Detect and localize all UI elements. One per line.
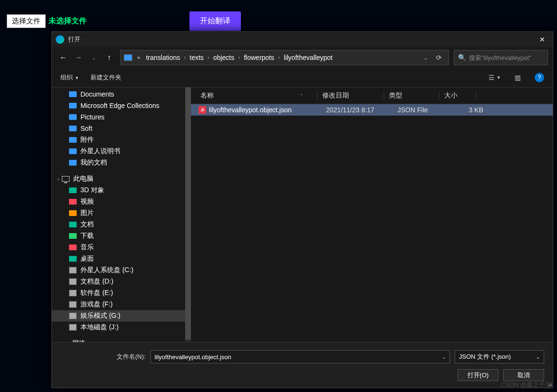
organize-menu[interactable]: 组织▼ — [60, 73, 79, 82]
folder-icon — [69, 233, 77, 239]
tree-item[interactable]: 3D 对象 — [52, 185, 191, 196]
scrollbar[interactable] — [185, 88, 191, 342]
disk-icon — [69, 313, 77, 319]
recent-dropdown[interactable]: ⌄ — [87, 51, 100, 64]
folder-icon — [69, 160, 77, 166]
tree-item[interactable]: 附件 — [52, 134, 191, 146]
chevron-down-icon: ▼ — [497, 75, 501, 80]
tree-item[interactable]: Documents — [52, 88, 191, 100]
tree-item-label: 音乐 — [80, 243, 94, 252]
tree-item[interactable]: 视频 — [52, 196, 191, 207]
close-icon[interactable]: ✕ — [536, 36, 549, 43]
tree-item[interactable]: 外星人说明书 — [52, 146, 191, 157]
file-open-dialog: 打开 ✕ ← → ⌄ ↑ « translations › texts › ob… — [51, 31, 553, 388]
disk-icon — [69, 324, 77, 331]
tree-item[interactable]: 音乐 — [52, 242, 191, 253]
path-dropdown-icon[interactable]: ⌄ — [419, 55, 432, 60]
crumb-3[interactable]: flowerpots — [240, 54, 278, 61]
nav-bar: ← → ⌄ ↑ « translations › texts › objects… — [52, 47, 553, 68]
tree-item[interactable]: 娱乐模式 (G:) — [52, 310, 191, 322]
network-icon: ⊶ — [62, 340, 69, 342]
folder-icon — [69, 199, 77, 205]
disk-icon — [69, 301, 77, 308]
disk-icon — [69, 267, 77, 274]
column-size[interactable]: 大小 — [439, 91, 477, 100]
crumb-0[interactable]: translations — [142, 54, 184, 61]
tree-item-label: 下载 — [80, 232, 94, 240]
translate-button[interactable]: 开始翻译 — [189, 11, 241, 31]
tree-item[interactable]: ›此电脑 — [52, 173, 191, 185]
open-button[interactable]: 打开(O) — [458, 369, 498, 381]
tree-item[interactable]: 文档盘 (D:) — [52, 276, 191, 287]
file-type-select[interactable]: JSON 文件 (*.json) ⌄ — [455, 350, 544, 363]
tree-item-label: 文档盘 (D:) — [80, 277, 113, 286]
tree-item[interactable]: 桌面 — [52, 253, 191, 265]
crumb-1[interactable]: texts — [186, 54, 208, 61]
tree-item-label: 附件 — [80, 136, 94, 144]
sort-asc-icon: ˄ — [300, 93, 303, 98]
search-box[interactable]: 🔍 — [454, 50, 548, 65]
scrollbar-thumb[interactable] — [185, 88, 191, 340]
dialog-title: 打开 — [68, 35, 536, 44]
column-date[interactable]: 修改日期 — [318, 91, 384, 100]
file-list: 名称˄ 修改日期 类型 大小 Jililyofthevalleypot.obje… — [191, 88, 553, 342]
tree-item[interactable]: Microsoft Edge Collections — [52, 100, 191, 111]
folder-icon — [69, 210, 77, 216]
folder-tree[interactable]: DocumentsMicrosoft Edge CollectionsPictu… — [52, 88, 191, 342]
help-icon[interactable]: ? — [535, 73, 544, 82]
up-button[interactable]: ↑ — [102, 51, 116, 64]
edge-icon — [56, 35, 64, 44]
new-folder-button[interactable]: 新建文件夹 — [90, 73, 121, 82]
tree-item-label: Microsoft Edge Collections — [80, 102, 159, 109]
chevron-right-icon: › — [58, 176, 59, 182]
tree-item-label: 此电脑 — [73, 175, 93, 183]
tree-item-label: 我的文档 — [80, 158, 107, 167]
tree-item[interactable]: 我的文档 — [52, 157, 191, 168]
refresh-icon[interactable]: ⟳ — [432, 54, 446, 61]
tree-item[interactable]: 外星人系统盘 (C:) — [52, 265, 191, 276]
tree-item[interactable]: 软件盘 (E:) — [52, 287, 191, 299]
toolbar: 组织▼ 新建文件夹 ☰▼ ▥ ? — [52, 68, 553, 88]
crumb-4[interactable]: lilyofthevalleypot — [280, 54, 337, 61]
disk-icon — [69, 278, 77, 285]
preview-pane-icon[interactable]: ▥ — [512, 72, 523, 83]
search-input[interactable] — [469, 54, 549, 61]
tree-item-label: 游戏盘 (F:) — [80, 300, 113, 309]
tree-item[interactable]: 本地磁盘 (J:) — [52, 322, 191, 333]
chevron-right-icon: › — [58, 341, 59, 343]
file-row[interactable]: Jililyofthevalleypot.object.json2021/11/… — [191, 104, 553, 116]
cancel-button[interactable]: 取消 — [503, 369, 544, 381]
computer-icon — [62, 176, 70, 182]
file-size: 3 KB — [448, 106, 483, 114]
filename-input[interactable] — [155, 353, 442, 361]
tree-item[interactable]: Pictures — [52, 111, 191, 123]
back-button[interactable]: ← — [57, 51, 70, 64]
view-options-icon[interactable]: ☰▼ — [489, 72, 500, 83]
tree-item-label: 文档 — [80, 220, 94, 229]
tree-item-label: 外星人系统盘 (C:) — [80, 266, 133, 274]
forward-button[interactable]: → — [72, 51, 85, 64]
folder-icon — [69, 137, 77, 143]
column-type[interactable]: 类型 — [384, 91, 439, 100]
tree-item[interactable]: 游戏盘 (F:) — [52, 299, 191, 310]
filename-input-wrap[interactable]: ⌄ — [150, 350, 450, 363]
tree-item[interactable]: ›⊶网络 — [52, 338, 191, 342]
chevron-down-icon[interactable]: ⌄ — [442, 354, 446, 360]
select-file-button[interactable]: 选择文件 — [7, 14, 46, 28]
tree-item-label: Documents — [80, 90, 114, 98]
tree-item[interactable]: 文档 — [52, 219, 191, 230]
tree-item[interactable]: 下载 — [52, 230, 191, 242]
tree-item[interactable]: 图片 — [52, 207, 191, 219]
tree-item-label: 桌面 — [80, 255, 94, 263]
crumb-2[interactable]: objects — [209, 54, 238, 61]
tree-item-label: 图片 — [80, 209, 94, 217]
filename-label: 文件名(N): — [117, 353, 146, 361]
no-file-text: 未选择文件 — [49, 16, 87, 26]
column-name[interactable]: 名称˄ — [196, 91, 318, 100]
dialog-titlebar: 打开 ✕ — [52, 32, 553, 47]
computer-icon — [124, 54, 132, 61]
tree-item[interactable]: Soft — [52, 123, 191, 134]
tree-item-label: 网络 — [72, 339, 86, 342]
breadcrumb[interactable]: « translations › texts › objects › flowe… — [120, 50, 449, 65]
tree-item-label: 外星人说明书 — [80, 147, 120, 156]
